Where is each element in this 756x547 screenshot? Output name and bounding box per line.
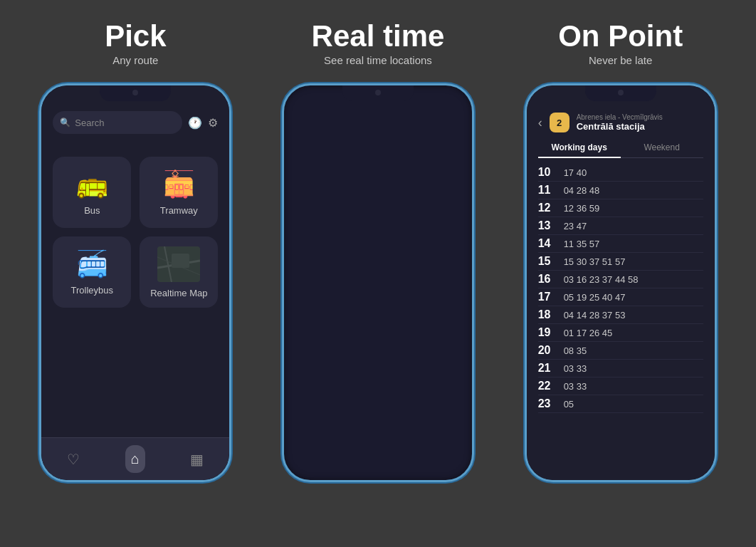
schedule-row: 15 15 30 37 51 57 bbox=[538, 253, 703, 271]
schedule-row: 12 12 36 59 bbox=[538, 199, 703, 217]
schedule-minutes: 23 47 bbox=[564, 221, 587, 231]
schedule-row: 16 03 16 23 37 44 58 bbox=[538, 271, 703, 288]
bus-icon: 🚌 bbox=[76, 170, 108, 199]
schedule-row: 22 03 33 bbox=[538, 377, 703, 395]
schedule-route-info: Abrenes iela - Vecmīlgrāvis Centrālā sta… bbox=[577, 113, 703, 132]
bus-label: Bus bbox=[84, 205, 100, 216]
schedule-row: 17 05 19 25 40 47 bbox=[538, 288, 703, 306]
home-nav-icon[interactable]: ⌂ bbox=[125, 445, 145, 473]
phone1-screen: 🔍 Search 🕐 ⚙ 🚌 Bus 🚋 Tramway 🚎 Tr bbox=[41, 85, 229, 480]
schedule-hour: 11 bbox=[538, 184, 558, 197]
schedule-row: 13 23 47 bbox=[538, 217, 703, 235]
schedule-hour: 23 bbox=[538, 397, 558, 410]
schedule-route-sub: Abrenes iela - Vecmīlgrāvis bbox=[577, 113, 703, 121]
section-onpoint: On Point Never be late bbox=[507, 21, 735, 66]
schedule-minutes: 03 33 bbox=[564, 381, 587, 392]
schedule-hour: 10 bbox=[538, 166, 558, 179]
realtime-map-label: Realtime Map bbox=[150, 288, 207, 298]
section-pick: Pick Any route bbox=[21, 21, 249, 66]
route-badge-yellow: 2 bbox=[550, 113, 569, 132]
pick-subtitle: Any route bbox=[21, 54, 249, 66]
schedule-header: ‹ 2 Abrenes iela - Vecmīlgrāvis Centrālā… bbox=[527, 105, 715, 138]
schedule-minutes: 08 35 bbox=[564, 345, 587, 356]
schedule-hour: 13 bbox=[538, 219, 558, 232]
phone1-topbar: 🔍 Search 🕐 ⚙ bbox=[41, 105, 229, 140]
schedule-minutes: 15 30 37 51 57 bbox=[564, 256, 626, 267]
schedule-minutes: 01 17 26 45 bbox=[564, 328, 613, 338]
back-button[interactable]: ‹ bbox=[538, 115, 542, 130]
realtime-subtitle: See real time locations bbox=[264, 54, 492, 66]
schedule-row: 19 01 17 26 45 bbox=[538, 324, 703, 342]
schedule-row: 18 04 14 28 37 53 bbox=[538, 306, 703, 324]
schedule-hour: 22 bbox=[538, 380, 558, 392]
settings-icon[interactable]: ⚙ bbox=[208, 116, 218, 130]
schedule-minutes: 05 bbox=[564, 399, 574, 410]
pick-title: Pick bbox=[21, 21, 249, 51]
transport-grid: 🚌 Bus 🚋 Tramway 🚎 Trolleybus bbox=[41, 145, 229, 319]
day-tabs: Working days Weekend bbox=[538, 138, 703, 158]
trolleybus-label: Trolleybus bbox=[71, 285, 113, 296]
schedule-row: 10 17 40 bbox=[538, 164, 703, 182]
schedule-hour: 12 bbox=[538, 202, 558, 214]
phone3-screen: ‹ 2 Abrenes iela - Vecmīlgrāvis Centrālā… bbox=[527, 85, 715, 480]
favorites-nav-icon[interactable]: ♡ bbox=[61, 445, 85, 474]
schedule-table: 10 17 40 11 04 28 48 12 12 36 59 13 23 4… bbox=[527, 164, 715, 480]
tramway-icon: 🚋 bbox=[163, 170, 195, 199]
schedule-hour: 17 bbox=[538, 291, 558, 303]
schedule-route-main: Centrālā stacija bbox=[577, 121, 703, 132]
tramway-label: Tramway bbox=[160, 205, 198, 216]
schedule-minutes: 11 35 57 bbox=[564, 239, 600, 249]
map-preview-svg bbox=[157, 246, 200, 282]
onpoint-subtitle: Never be late bbox=[507, 54, 735, 66]
bus-card[interactable]: 🚌 Bus bbox=[53, 157, 131, 228]
schedule-row: 20 08 35 bbox=[538, 342, 703, 360]
schedule-minutes: 12 36 59 bbox=[564, 203, 600, 214]
phone-realtime: 🚌 🚋 14 🔍 💧 Hydrogen refuelling station 1… bbox=[282, 83, 474, 482]
schedule-hour: 18 bbox=[538, 308, 558, 321]
history-icon[interactable]: 🕐 bbox=[188, 116, 202, 130]
tab-weekend[interactable]: Weekend bbox=[621, 138, 703, 157]
schedule-nav-icon[interactable]: ▦ bbox=[184, 445, 209, 474]
svg-rect-4 bbox=[172, 254, 189, 268]
phones-row: 🔍 Search 🕐 ⚙ 🚌 Bus 🚋 Tramway 🚎 Tr bbox=[14, 83, 742, 482]
schedule-hour: 14 bbox=[538, 237, 558, 250]
schedule-row: 23 05 bbox=[538, 395, 703, 413]
realtime-title: Real time bbox=[264, 21, 492, 51]
schedule-hour: 15 bbox=[538, 255, 558, 268]
header-row: Pick Any route Real time See real time l… bbox=[14, 21, 742, 66]
schedule-minutes: 05 19 25 40 47 bbox=[564, 292, 626, 303]
search-bar[interactable]: 🔍 Search bbox=[53, 111, 182, 134]
trolleybus-icon: 🚎 bbox=[76, 249, 108, 279]
search-label: Search bbox=[75, 118, 104, 128]
schedule-hour: 16 bbox=[538, 273, 558, 286]
tab-working-days[interactable]: Working days bbox=[538, 138, 621, 158]
trolleybus-card[interactable]: 🚎 Trolleybus bbox=[53, 236, 131, 308]
schedule-minutes: 17 40 bbox=[564, 167, 587, 178]
schedule-row: 14 11 35 57 bbox=[538, 235, 703, 253]
bottom-nav: ♡ ⌂ ▦ bbox=[41, 437, 229, 480]
phone-schedule: ‹ 2 Abrenes iela - Vecmīlgrāvis Centrālā… bbox=[525, 83, 717, 482]
section-realtime: Real time See real time locations bbox=[264, 21, 492, 66]
schedule-row: 11 04 28 48 bbox=[538, 182, 703, 199]
tramway-card[interactable]: 🚋 Tramway bbox=[140, 157, 218, 228]
schedule-hour: 19 bbox=[538, 326, 558, 339]
search-icon: 🔍 bbox=[60, 118, 70, 127]
onpoint-title: On Point bbox=[507, 21, 735, 51]
schedule-hour: 21 bbox=[538, 362, 558, 375]
schedule-row: 21 03 33 bbox=[538, 360, 703, 377]
phone-pick: 🔍 Search 🕐 ⚙ 🚌 Bus 🚋 Tramway 🚎 Tr bbox=[39, 83, 231, 482]
schedule-minutes: 04 28 48 bbox=[564, 185, 600, 196]
realtime-map-card[interactable]: Realtime Map bbox=[140, 236, 218, 308]
schedule-minutes: 03 16 23 37 44 58 bbox=[564, 274, 639, 285]
schedule-hour: 20 bbox=[538, 344, 558, 357]
schedule-minutes: 03 33 bbox=[564, 363, 587, 374]
schedule-minutes: 04 14 28 37 53 bbox=[564, 310, 626, 321]
